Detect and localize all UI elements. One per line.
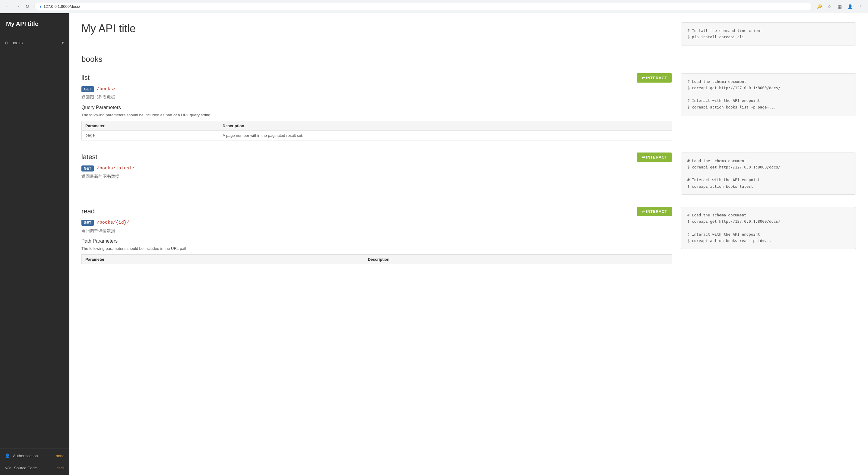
qr-icon[interactable]: ▦ bbox=[835, 2, 844, 11]
install-box: # Install the command line client $ pip … bbox=[681, 22, 856, 45]
sidebar: My API title ⊙ books ▼ 👤 Authentication … bbox=[0, 13, 69, 475]
chevron-down-icon: ▼ bbox=[61, 41, 65, 45]
path-params-desc-read: The following parameters should be inclu… bbox=[82, 246, 672, 251]
endpoint-list-left: list ⇌ INTERACT GET /books/ 返回图书列表数据 Que… bbox=[82, 73, 672, 140]
path-list: /books/ bbox=[97, 87, 116, 92]
source-code-label: Source Code bbox=[14, 466, 53, 470]
authentication-label: Authentication bbox=[13, 453, 53, 458]
code-box-list: # Load the schema document $ coreapi get… bbox=[681, 73, 856, 115]
col-header-description: Description bbox=[219, 121, 672, 131]
endpoint-list-right: # Load the schema document $ coreapi get… bbox=[681, 73, 856, 140]
authentication-value: none bbox=[56, 453, 65, 458]
get-badge-list: GET bbox=[82, 86, 94, 92]
nav-buttons: ← → ↻ bbox=[4, 2, 31, 11]
books-section: books list ⇌ INTERACT GET /books/ 返回图书列表… bbox=[82, 55, 856, 264]
endpoint-latest-method-path: GET /books/latest/ bbox=[82, 166, 672, 171]
endpoint-latest-name: latest bbox=[82, 153, 97, 161]
endpoint-read: read ⇌ INTERACT GET /books/{id}/ 返回图书详情数… bbox=[82, 207, 856, 264]
endpoint-list-header: list ⇌ INTERACT bbox=[82, 73, 672, 82]
query-params-desc-list: The following parameters should be inclu… bbox=[82, 113, 672, 117]
section-title-books: books bbox=[82, 55, 856, 67]
endpoint-read-header: read ⇌ INTERACT bbox=[82, 207, 672, 216]
sidebar-nav: ⊙ books ▼ bbox=[0, 35, 69, 448]
param-desc-page: A page number within the paginated resul… bbox=[219, 131, 672, 140]
source-code-value: shell bbox=[56, 466, 65, 470]
path-latest: /books/latest/ bbox=[97, 166, 135, 171]
endpoint-read-desc: 返回图书详情数据 bbox=[82, 228, 672, 234]
endpoint-latest-right: # Load the schema document $ coreapi get… bbox=[681, 152, 856, 195]
code-text-latest: # Load the schema document $ coreapi get… bbox=[687, 158, 849, 190]
get-badge-read: GET bbox=[82, 220, 94, 226]
profile-icon[interactable]: 👤 bbox=[846, 2, 854, 11]
sidebar-title: My API title bbox=[0, 13, 69, 35]
get-badge-latest: GET bbox=[82, 166, 94, 171]
reload-button[interactable]: ↻ bbox=[23, 2, 31, 11]
endpoint-latest-header: latest ⇌ INTERACT bbox=[82, 152, 672, 162]
browser-actions: 🔑 ☆ ▦ 👤 ⋮ bbox=[815, 2, 864, 11]
books-icon: ⊙ bbox=[5, 40, 8, 45]
address-bar[interactable]: ● 127.0.0.1:8000/docs/ bbox=[34, 3, 812, 10]
param-name-page: page bbox=[82, 131, 219, 140]
path-params-title-read: Path Parameters bbox=[82, 238, 672, 244]
endpoint-read-method-path: GET /books/{id}/ bbox=[82, 220, 672, 226]
endpoint-latest-left: latest ⇌ INTERACT GET /books/latest/ 返回最… bbox=[82, 152, 672, 195]
source-code-icon: </> bbox=[5, 465, 11, 470]
endpoint-list-desc: 返回图书列表数据 bbox=[82, 95, 672, 100]
url-text: 127.0.0.1:8000/docs/ bbox=[43, 4, 80, 9]
forward-button[interactable]: → bbox=[13, 2, 22, 11]
query-params-title-list: Query Parameters bbox=[82, 105, 672, 110]
params-table-list: Parameter Description page A page number… bbox=[82, 121, 672, 140]
params-table-read: Parameter Description bbox=[82, 255, 672, 264]
code-box-read: # Load the schema document $ coreapi get… bbox=[681, 207, 856, 249]
endpoint-latest-desc: 返回最新的图书数据 bbox=[82, 174, 672, 179]
app-layout: My API title ⊙ books ▼ 👤 Authentication … bbox=[0, 13, 868, 475]
col-header-parameter-read: Parameter bbox=[82, 255, 364, 264]
back-button[interactable]: ← bbox=[4, 2, 12, 11]
path-read: /books/{id}/ bbox=[97, 220, 129, 225]
endpoint-list-name: list bbox=[82, 74, 90, 82]
sidebar-footer-source-code[interactable]: </> Source Code shell bbox=[0, 462, 69, 474]
endpoint-read-right: # Load the schema document $ coreapi get… bbox=[681, 207, 856, 264]
sidebar-item-books[interactable]: ⊙ books ▼ bbox=[0, 37, 69, 48]
endpoint-list: list ⇌ INTERACT GET /books/ 返回图书列表数据 Que… bbox=[82, 73, 856, 140]
secure-icon: ● bbox=[39, 4, 42, 9]
browser-chrome: ← → ↻ ● 127.0.0.1:8000/docs/ 🔑 ☆ ▦ 👤 ⋮ bbox=[0, 0, 868, 13]
bookmark-icon[interactable]: ☆ bbox=[825, 2, 834, 11]
code-text-list: # Load the schema document $ coreapi get… bbox=[687, 78, 849, 110]
menu-icon[interactable]: ⋮ bbox=[856, 2, 864, 11]
code-box-latest: # Load the schema document $ coreapi get… bbox=[681, 152, 856, 195]
key-icon[interactable]: 🔑 bbox=[815, 2, 824, 11]
main-content: My API title # Install the command line … bbox=[69, 13, 868, 475]
install-code-text: # Install the command line client $ pip … bbox=[687, 27, 849, 40]
interact-button-list[interactable]: ⇌ INTERACT bbox=[637, 73, 672, 82]
sidebar-item-label: books bbox=[11, 40, 58, 45]
endpoint-read-left: read ⇌ INTERACT GET /books/{id}/ 返回图书详情数… bbox=[82, 207, 672, 264]
interact-button-latest[interactable]: ⇌ INTERACT bbox=[637, 152, 672, 162]
endpoint-list-method-path: GET /books/ bbox=[82, 86, 672, 92]
header-left: My API title bbox=[82, 22, 681, 45]
code-text-read: # Load the schema document $ coreapi get… bbox=[687, 212, 849, 244]
interact-button-read[interactable]: ⇌ INTERACT bbox=[637, 207, 672, 216]
table-row: page A page number within the paginated … bbox=[82, 131, 672, 140]
sidebar-footer: 👤 Authentication none </> Source Code sh… bbox=[0, 448, 69, 475]
endpoint-latest: latest ⇌ INTERACT GET /books/latest/ 返回最… bbox=[82, 152, 856, 195]
page-title: My API title bbox=[82, 22, 681, 35]
sidebar-footer-authentication[interactable]: 👤 Authentication none bbox=[0, 450, 69, 462]
col-header-description-read: Description bbox=[364, 255, 672, 264]
col-header-parameter: Parameter bbox=[82, 121, 219, 131]
install-code: # Install the command line client $ pip … bbox=[681, 22, 856, 45]
endpoint-read-name: read bbox=[82, 207, 95, 215]
header-area: My API title # Install the command line … bbox=[82, 22, 856, 45]
authentication-icon: 👤 bbox=[5, 453, 10, 458]
